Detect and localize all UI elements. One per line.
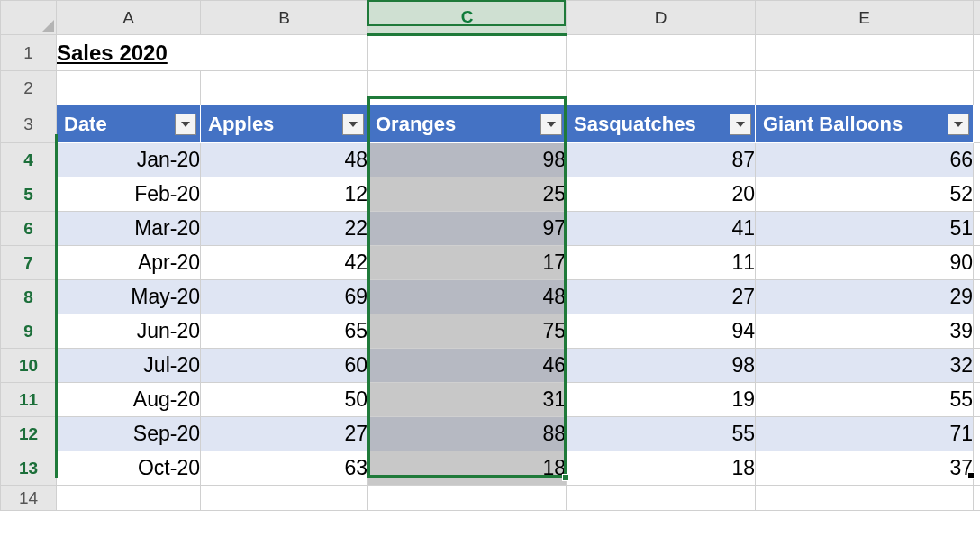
cell-C14[interactable]	[368, 486, 567, 511]
cell-E14[interactable]	[756, 486, 974, 511]
cell-giant-balloons[interactable]: 51	[756, 212, 974, 246]
cell-sasquatches[interactable]: 27	[567, 280, 756, 314]
row-header-14[interactable]: 14	[1, 486, 57, 511]
cell-D2[interactable]	[567, 71, 756, 105]
cell-date[interactable]: Jun-20	[57, 314, 201, 349]
cell-A2[interactable]	[57, 71, 201, 105]
cell-giant-balloons[interactable]: 55	[756, 383, 974, 417]
cell-apples[interactable]: 60	[201, 349, 368, 383]
cell-B14[interactable]	[201, 486, 368, 511]
col-header-D[interactable]: D	[567, 1, 756, 35]
cell-apples[interactable]: 12	[201, 177, 368, 212]
cell-date[interactable]: Apr-20	[57, 246, 201, 280]
cell-oranges[interactable]: 46	[368, 349, 567, 383]
cell-date[interactable]: Sep-20	[57, 417, 201, 451]
cell-giant-balloons[interactable]: 39	[756, 314, 974, 349]
filter-button-oranges[interactable]	[540, 114, 562, 135]
cell-D14[interactable]	[567, 486, 756, 511]
table-header-giant-balloons[interactable]: Giant Balloons	[756, 105, 974, 143]
cell-giant-balloons[interactable]: 29	[756, 280, 974, 314]
cell-oranges[interactable]: 31	[368, 383, 567, 417]
cell-apples[interactable]: 69	[201, 280, 368, 314]
cell-oranges[interactable]: 75	[368, 314, 567, 349]
cell-apples[interactable]: 65	[201, 314, 368, 349]
title-cell[interactable]: Sales 2020	[57, 35, 368, 71]
spreadsheet-grid[interactable]: A B C D E 1 Sales 2020 2	[0, 0, 980, 511]
row-header-5[interactable]: 5	[1, 177, 57, 212]
col-header-C[interactable]: C	[368, 1, 567, 35]
cell-apples[interactable]: 42	[201, 246, 368, 280]
row-header-4[interactable]: 4	[1, 143, 57, 177]
filter-button-giant-balloons[interactable]	[948, 114, 969, 135]
row-header-13[interactable]: 13	[1, 451, 57, 486]
filter-button-sasquatches[interactable]	[730, 114, 751, 135]
cell-sasquatches[interactable]: 98	[567, 349, 756, 383]
cell-giant-balloons[interactable]: 90	[756, 246, 974, 280]
cell-sasquatches[interactable]: 20	[567, 177, 756, 212]
row-header-6[interactable]: 6	[1, 212, 57, 246]
cell-sasquatches[interactable]: 55	[567, 417, 756, 451]
table-header-apples[interactable]: Apples	[201, 105, 368, 143]
cell-giant-balloons[interactable]: 52	[756, 177, 974, 212]
cell-apples[interactable]: 48	[201, 143, 368, 177]
cell-apples[interactable]: 63	[201, 451, 368, 486]
cell-E2[interactable]	[756, 71, 974, 105]
row-header-3[interactable]: 3	[1, 105, 57, 143]
cell-apples[interactable]: 50	[201, 383, 368, 417]
row-header-2[interactable]: 2	[1, 71, 57, 105]
cell-giant-balloons[interactable]: 37	[756, 451, 974, 486]
cell-C2[interactable]	[368, 71, 567, 105]
cell-date[interactable]: Mar-20	[57, 212, 201, 246]
cell-B2[interactable]	[201, 71, 368, 105]
cell-oranges[interactable]: 48	[368, 280, 567, 314]
row-header-8[interactable]: 8	[1, 280, 57, 314]
row-header-12[interactable]: 12	[1, 417, 57, 451]
cell-date[interactable]: Oct-20	[57, 451, 201, 486]
col-header-A[interactable]: A	[57, 1, 201, 35]
cell-apples[interactable]: 22	[201, 212, 368, 246]
fill-handle[interactable]	[562, 474, 569, 481]
row-header-7[interactable]: 7	[1, 246, 57, 280]
cell-date[interactable]: May-20	[57, 280, 201, 314]
cell-oranges[interactable]: 88	[368, 417, 567, 451]
row-header-1[interactable]: 1	[1, 35, 57, 71]
table-header-oranges[interactable]: Oranges	[368, 105, 567, 143]
cell-A14[interactable]	[57, 486, 201, 511]
cell-C1[interactable]	[368, 35, 567, 71]
col-header-E[interactable]: E	[756, 1, 974, 35]
cell-sasquatches[interactable]: 19	[567, 383, 756, 417]
row-header-10[interactable]: 10	[1, 349, 57, 383]
cell-giant-balloons[interactable]: 32	[756, 349, 974, 383]
cell-sasquatches[interactable]: 41	[567, 212, 756, 246]
col-header-B[interactable]: B	[201, 1, 368, 35]
table-header-sasquatches[interactable]: Sasquatches	[567, 105, 756, 143]
table-resize-handle[interactable]	[967, 472, 975, 479]
cell-giant-balloons[interactable]: 71	[756, 417, 974, 451]
cell-oranges[interactable]: 98	[368, 143, 567, 177]
cell-date[interactable]: Jul-20	[57, 349, 201, 383]
cell-sasquatches[interactable]: 18	[567, 451, 756, 486]
cell-sasquatches[interactable]: 87	[567, 143, 756, 177]
table-row: 5 Feb-20 12 25 20 52	[1, 177, 981, 212]
cell-date[interactable]: Aug-20	[57, 383, 201, 417]
table-header-date[interactable]: Date	[57, 105, 201, 143]
cell-E1[interactable]	[756, 35, 974, 71]
cell-sasquatches[interactable]: 11	[567, 246, 756, 280]
select-all-corner[interactable]	[1, 1, 57, 35]
cell-oranges[interactable]: 97	[368, 212, 567, 246]
filter-button-date[interactable]	[175, 114, 196, 135]
cell-apples[interactable]: 27	[201, 417, 368, 451]
cell-D1[interactable]	[567, 35, 756, 71]
cell-date[interactable]: Jan-20	[57, 143, 201, 177]
cell-giant-balloons[interactable]: 66	[756, 143, 974, 177]
col-header-tail	[974, 1, 981, 35]
cell-oranges[interactable]: 25	[368, 177, 567, 212]
row-header-11[interactable]: 11	[1, 383, 57, 417]
filter-button-apples[interactable]	[342, 114, 364, 135]
cell-oranges[interactable]: 18	[368, 451, 567, 486]
row-header-9[interactable]: 9	[1, 314, 57, 349]
cell-oranges[interactable]: 17	[368, 246, 567, 280]
cell-date[interactable]: Feb-20	[57, 177, 201, 212]
cell-sasquatches[interactable]: 94	[567, 314, 756, 349]
spreadsheet-viewport[interactable]: A B C D E 1 Sales 2020 2	[0, 0, 980, 537]
